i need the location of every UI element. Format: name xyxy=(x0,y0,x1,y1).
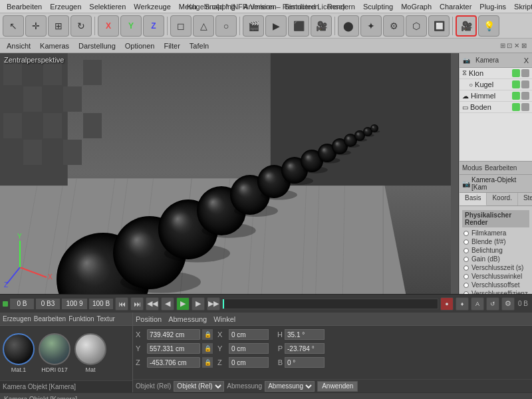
tab-koord[interactable]: Koord. xyxy=(487,193,517,205)
goto-end-btn[interactable]: ⏭ xyxy=(130,297,144,311)
b-angle-input[interactable] xyxy=(285,357,325,368)
y-pos-input[interactable] xyxy=(147,343,200,354)
menu-item-werkzeuge[interactable]: Werkzeuge xyxy=(130,3,174,11)
h-angle-input[interactable] xyxy=(285,329,325,340)
verschlusswinkel-radio[interactable] xyxy=(464,274,469,279)
playhead xyxy=(223,299,224,309)
loop-btn[interactable]: ↺ xyxy=(486,297,499,311)
frame-end-input[interactable] xyxy=(89,299,113,309)
obj1-btn[interactable]: ◻ xyxy=(170,15,192,37)
obj2-btn[interactable]: △ xyxy=(193,15,214,37)
mat-item-2[interactable]: HDRI 017 xyxy=(39,333,70,373)
menu-item-bearbeiten[interactable]: Bearbeiten xyxy=(3,3,46,11)
axis-x-btn[interactable]: X xyxy=(98,15,119,37)
mat-bearbeiten[interactable]: Bearbeiten xyxy=(34,315,66,323)
z-lock-btn[interactable]: 🔒 xyxy=(202,357,213,368)
belichtung-radio[interactable] xyxy=(464,248,469,253)
z-pos-input[interactable] xyxy=(147,357,200,368)
menu-item-selektieren[interactable]: Selektieren xyxy=(85,3,130,11)
obj-item-klon[interactable]: ⧖ Klon xyxy=(460,68,532,79)
scale-tool-btn[interactable]: ⊞ xyxy=(48,15,69,37)
menu-item-charakter[interactable]: Charakter xyxy=(436,3,475,11)
z-size-input[interactable] xyxy=(229,357,269,368)
tab-basis[interactable]: Basis xyxy=(460,193,487,205)
y-size-input[interactable] xyxy=(229,343,269,354)
apply-btn[interactable]: Anwenden xyxy=(317,381,358,392)
options-menu[interactable]: Optionen xyxy=(121,41,159,51)
menu-item-sculpting[interactable]: Sculpting xyxy=(359,3,397,11)
verschlusseffizienz-radio[interactable] xyxy=(464,291,469,295)
menu-item-skript[interactable]: Skript xyxy=(510,3,532,11)
phys-render-header: Physikalischer Render xyxy=(462,210,529,227)
view-menu[interactable]: Ansicht xyxy=(3,41,35,51)
goto-start-btn[interactable]: ⏮ xyxy=(115,297,128,311)
timeline-ruler[interactable] xyxy=(222,299,438,309)
mat-item-1[interactable]: Mat.1 xyxy=(3,333,35,373)
axis-y-btn[interactable]: Y xyxy=(120,15,142,37)
mat-textur[interactable]: Textur xyxy=(97,315,115,323)
play-btn[interactable]: ▶ xyxy=(176,297,190,311)
tab-stereoskopie[interactable]: Stereoskopie xyxy=(518,193,532,205)
display-menu[interactable]: Darstellung xyxy=(74,41,120,51)
record-btn[interactable]: ● xyxy=(440,297,454,311)
keyframe-btn[interactable]: ♦ xyxy=(456,297,469,311)
x-pos-input[interactable] xyxy=(147,329,200,340)
step-back-btn[interactable]: ◀ xyxy=(161,297,174,311)
coords-mode-select[interactable]: Objekt (Rel) Welt xyxy=(174,381,224,392)
select-tool-btn[interactable]: ↖ xyxy=(3,15,24,37)
filter-menu[interactable]: Filter xyxy=(160,41,184,51)
auto-key-btn[interactable]: A xyxy=(471,297,484,311)
verschlussoffset-radio[interactable] xyxy=(464,283,469,288)
obj-item-boden[interactable]: ▭ Boden xyxy=(460,102,532,113)
filmkamera-label: Filmkamera xyxy=(471,229,528,237)
abmessung-select[interactable]: Abmessung xyxy=(265,381,315,392)
menu-item-mograph[interactable]: MoGraph xyxy=(397,3,436,11)
menu-item-plugins[interactable]: Plug-ins xyxy=(475,3,510,11)
render-btn[interactable]: 🎬 xyxy=(243,15,264,37)
filmkamera-radio[interactable] xyxy=(464,231,469,236)
mat-label-3: Mat xyxy=(85,366,95,373)
panels-menu[interactable]: Tafeln xyxy=(186,41,213,51)
viewport[interactable]: Zentralperspektive xyxy=(0,53,459,294)
close-panel-btn[interactable]: X xyxy=(522,57,531,65)
step-fwd-btn[interactable]: ▶ xyxy=(192,297,205,311)
mat-funktion[interactable]: Funktion xyxy=(68,315,94,323)
anim-settings-btn[interactable]: ⚙ xyxy=(501,297,515,311)
sculpt2-btn[interactable]: ✦ xyxy=(360,15,382,37)
x-size-input[interactable] xyxy=(229,329,269,340)
sculpt4-btn[interactable]: ⬡ xyxy=(406,15,427,37)
cameras-menu[interactable]: Kameras xyxy=(36,41,73,51)
gain-radio[interactable] xyxy=(464,257,469,262)
x-label: X xyxy=(136,331,145,338)
x-lock-btn[interactable]: 🔒 xyxy=(202,329,213,340)
obj3-btn[interactable]: ○ xyxy=(215,15,237,37)
render4-btn[interactable]: 🎥 xyxy=(311,15,332,37)
frame-start-input[interactable] xyxy=(36,299,60,309)
current-frame-input[interactable] xyxy=(10,299,34,309)
render3-btn[interactable]: ⬛ xyxy=(288,15,309,37)
sculpt5-btn[interactable]: 🔲 xyxy=(428,15,450,37)
gain-row: Gain (dB) xyxy=(462,255,529,263)
obj-item-kugel[interactable]: ○ Kugel xyxy=(460,79,532,90)
next-frame-btn[interactable]: ▶▶ xyxy=(207,297,220,311)
mat-item-3[interactable]: Mat xyxy=(74,333,106,373)
sculpt1-btn[interactable]: ⬤ xyxy=(338,15,359,37)
fps-input[interactable] xyxy=(62,299,87,309)
sculpt3-btn[interactable]: ⚙ xyxy=(383,15,404,37)
obj-item-himmel[interactable]: ☁ Himmel xyxy=(460,90,532,102)
verschlusszeit-row: Verschlusszeit (s) xyxy=(462,263,529,272)
blende-radio[interactable] xyxy=(464,239,469,245)
y-lock-btn[interactable]: 🔒 xyxy=(202,343,213,354)
menu-item-erzeugen[interactable]: Erzeugen xyxy=(46,3,85,11)
rotate-tool-btn[interactable]: ↻ xyxy=(70,15,92,37)
p-angle-input[interactable] xyxy=(285,343,325,354)
move-tool-btn[interactable]: ✛ xyxy=(25,15,47,37)
axis-z-btn[interactable]: Z xyxy=(143,15,164,37)
render2-btn[interactable]: ▶ xyxy=(265,15,287,37)
kugel-checks xyxy=(512,80,529,88)
mat-erzeugen[interactable]: Erzeugen xyxy=(3,315,31,323)
verschlusszeit-radio[interactable] xyxy=(464,265,469,271)
prev-frame-btn[interactable]: ◀◀ xyxy=(146,297,159,311)
light-btn[interactable]: 💡 xyxy=(478,15,499,37)
camera-btn[interactable]: 🎥 xyxy=(456,15,477,37)
